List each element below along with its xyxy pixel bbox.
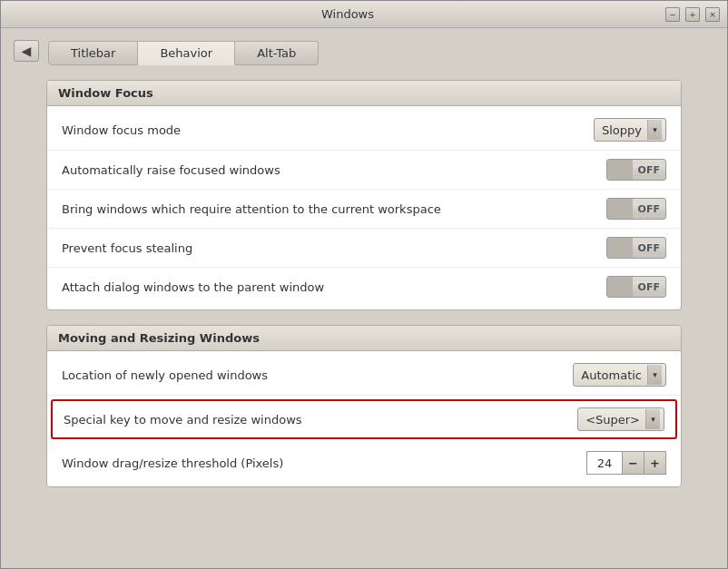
- drag-threshold-label: Window drag/resize threshold (Pixels): [62, 456, 283, 470]
- prevent-stealing-value: OFF: [633, 242, 665, 254]
- window-focus-mode-arrow: ▾: [647, 120, 662, 140]
- auto-raise-value: OFF: [633, 164, 665, 176]
- main-content: Window Focus Window focus mode Sloppy ▾ …: [1, 71, 727, 568]
- drag-threshold-minus[interactable]: −: [623, 451, 644, 475]
- location-dropdown[interactable]: Automatic ▾: [573, 363, 666, 387]
- auto-raise-label: Automatically raise focused windows: [62, 163, 280, 177]
- window-title: Windows: [30, 7, 665, 21]
- prevent-stealing-track: [607, 238, 633, 258]
- location-row: Location of newly opened windows Automat…: [47, 355, 681, 396]
- bring-attention-value: OFF: [633, 203, 665, 215]
- auto-raise-track: [607, 160, 633, 180]
- bring-attention-row: Bring windows which require attention to…: [47, 190, 681, 229]
- location-label: Location of newly opened windows: [62, 368, 268, 382]
- bring-attention-track: [607, 199, 633, 219]
- bring-attention-toggle[interactable]: OFF: [606, 198, 666, 220]
- titlebar-controls: − + ×: [665, 7, 720, 22]
- attach-dialog-label: Attach dialog windows to the parent wind…: [62, 280, 324, 294]
- window-focus-mode-value: Sloppy: [602, 123, 642, 137]
- location-arrow: ▾: [647, 365, 662, 385]
- auto-raise-toggle[interactable]: OFF: [606, 159, 666, 181]
- special-key-arrow: ▾: [645, 409, 660, 429]
- titlebar: Windows − + ×: [1, 1, 727, 28]
- prevent-stealing-toggle[interactable]: OFF: [606, 237, 666, 259]
- special-key-dropdown[interactable]: <Super> ▾: [577, 407, 664, 431]
- attach-dialog-track: [607, 277, 633, 297]
- window-focus-mode-row: Window focus mode Sloppy ▾: [47, 110, 681, 151]
- attach-dialog-toggle[interactable]: OFF: [606, 276, 666, 298]
- drag-threshold-spinner: 24 − +: [586, 451, 666, 475]
- header-row: ◀ Titlebar Behavior Alt-Tab: [1, 28, 727, 71]
- window-focus-header: Window Focus: [47, 81, 681, 106]
- window-focus-mode-label: Window focus mode: [62, 123, 181, 137]
- drag-threshold-plus[interactable]: +: [644, 451, 666, 475]
- attach-dialog-value: OFF: [633, 281, 665, 293]
- drag-threshold-value: 24: [586, 451, 623, 475]
- moving-resizing-header: Moving and Resizing Windows: [47, 326, 681, 351]
- special-key-row: Special key to move and resize windows <…: [51, 399, 677, 439]
- tab-titlebar[interactable]: Titlebar: [48, 41, 138, 65]
- minimize-button[interactable]: −: [665, 7, 680, 22]
- location-value: Automatic: [581, 368, 642, 382]
- special-key-label: Special key to move and resize windows: [64, 413, 302, 427]
- prevent-stealing-label: Prevent focus stealing: [62, 241, 192, 255]
- tabs-bar: Titlebar Behavior Alt-Tab: [48, 35, 319, 65]
- back-button[interactable]: ◀: [14, 40, 39, 62]
- special-key-value: <Super>: [585, 413, 640, 427]
- window-focus-mode-dropdown[interactable]: Sloppy ▾: [594, 118, 666, 142]
- auto-raise-row: Automatically raise focused windows OFF: [47, 151, 681, 190]
- prevent-stealing-row: Prevent focus stealing OFF: [47, 229, 681, 268]
- close-button[interactable]: ×: [705, 7, 720, 22]
- tab-alt-tab[interactable]: Alt-Tab: [235, 41, 319, 65]
- window-focus-section: Window Focus Window focus mode Sloppy ▾ …: [46, 80, 682, 310]
- attach-dialog-row: Attach dialog windows to the parent wind…: [47, 268, 681, 306]
- moving-resizing-content: Location of newly opened windows Automat…: [47, 351, 681, 486]
- maximize-button[interactable]: +: [685, 7, 700, 22]
- drag-threshold-row: Window drag/resize threshold (Pixels) 24…: [47, 443, 681, 483]
- window: Windows − + × ◀ Titlebar Behavior Alt-Ta…: [0, 0, 728, 569]
- bring-attention-label: Bring windows which require attention to…: [62, 202, 441, 216]
- window-focus-content: Window focus mode Sloppy ▾ Automatically…: [47, 106, 681, 309]
- moving-resizing-section: Moving and Resizing Windows Location of …: [46, 325, 682, 487]
- tab-behavior[interactable]: Behavior: [138, 41, 235, 65]
